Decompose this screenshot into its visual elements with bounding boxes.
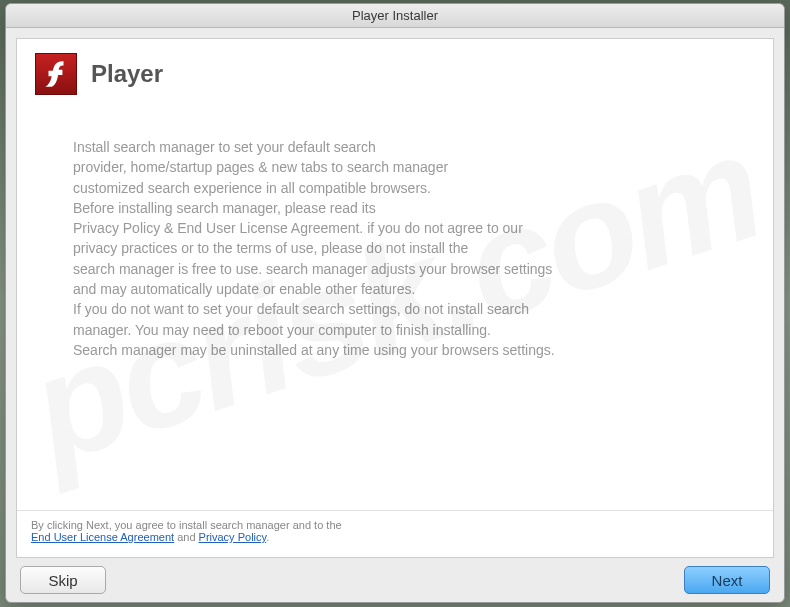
- body-line: search manager is free to use. search ma…: [73, 259, 717, 279]
- content-panel: pcrisk.com Player Install search manager…: [16, 38, 774, 558]
- body-line: provider, home/startup pages & new tabs …: [73, 157, 717, 177]
- footer-and: and: [174, 531, 198, 543]
- app-title: Player: [91, 60, 163, 88]
- body-line: privacy practices or to the terms of use…: [73, 238, 717, 258]
- footer-disclaimer: By clicking Next, you agree to install s…: [17, 510, 773, 557]
- privacy-policy-link[interactable]: Privacy Policy: [199, 531, 267, 543]
- body-line: customized search experience in all comp…: [73, 178, 717, 198]
- footer-period: .: [266, 531, 269, 543]
- window-title: Player Installer: [352, 8, 438, 23]
- eula-link[interactable]: End User License Agreement: [31, 531, 174, 543]
- flash-player-icon: [35, 53, 77, 95]
- titlebar: Player Installer: [6, 4, 784, 28]
- body-line: and may automatically update or enable o…: [73, 279, 717, 299]
- button-bar: Skip Next: [6, 558, 784, 602]
- body-line: If you do not want to set your default s…: [73, 299, 717, 319]
- body-text: Install search manager to set your defau…: [17, 109, 773, 510]
- header: Player: [17, 39, 773, 109]
- body-line: manager. You may need to reboot your com…: [73, 320, 717, 340]
- body-line: Privacy Policy & End User License Agreem…: [73, 218, 717, 238]
- skip-button[interactable]: Skip: [20, 566, 106, 594]
- body-line: Before installing search manager, please…: [73, 198, 717, 218]
- body-line: Search manager may be uninstalled at any…: [73, 340, 717, 360]
- footer-pretext: By clicking Next, you agree to install s…: [31, 519, 342, 531]
- next-button[interactable]: Next: [684, 566, 770, 594]
- body-line: Install search manager to set your defau…: [73, 137, 717, 157]
- installer-window: Player Installer pcrisk.com Player Insta…: [5, 3, 785, 603]
